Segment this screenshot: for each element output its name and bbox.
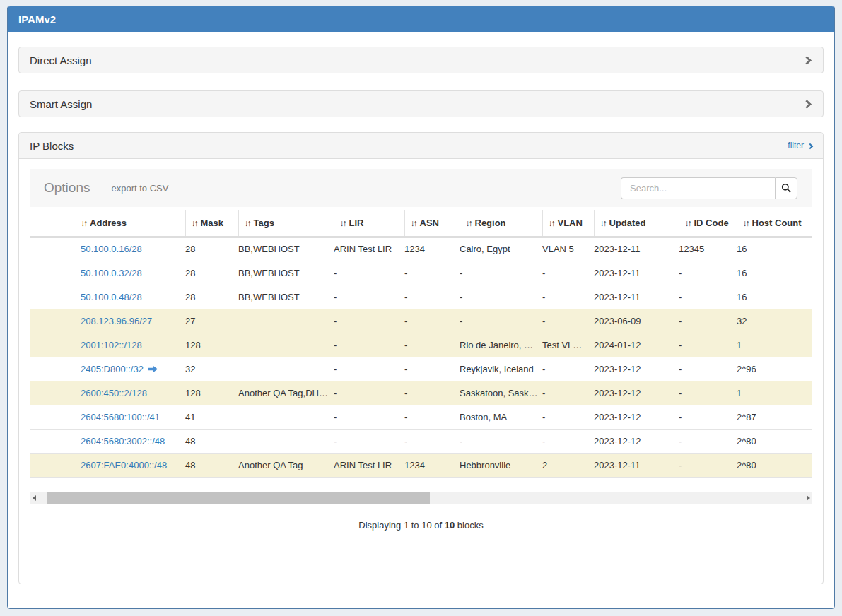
block-address-link[interactable]: 50.100.0.32/28 (81, 268, 142, 278)
sort-icon: ↓↑ (685, 218, 691, 228)
cell-region: - (460, 429, 542, 453)
cell-lir: - (334, 309, 404, 333)
column-header-tags[interactable]: ↓↑Tags (238, 210, 334, 237)
cell-tags (238, 333, 334, 357)
app-header: IPAMv2 (8, 6, 834, 32)
cell-asn: - (404, 429, 460, 453)
triangle-left-icon (33, 495, 36, 501)
cell-mask: 128 (185, 381, 238, 405)
chevron-right-icon (807, 143, 813, 148)
cell-mask: 28 (185, 261, 238, 285)
filter-label: filter (788, 141, 804, 150)
cell-updated: 2023-12-11 (594, 237, 679, 261)
cell-updated: 2023-06-09 (594, 309, 679, 333)
smart-assign-panel[interactable]: Smart Assign (18, 90, 824, 117)
export-csv-link[interactable]: export to CSV (111, 183, 168, 194)
cell-vlan: VLAN 5 (542, 237, 594, 261)
cell-tags: BB,WEBHOST (238, 237, 334, 261)
assigned-arrow-icon (148, 365, 158, 373)
cell-id-code: - (679, 405, 737, 429)
table-row: 50.100.0.48/2828BB,WEBHOST----2023-12-11… (30, 285, 812, 309)
cell-id-code: - (679, 261, 737, 285)
column-header-asn[interactable]: ↓↑ASN (404, 210, 460, 237)
column-header-address[interactable]: ↓↑Address (81, 210, 185, 237)
ip-blocks-title: IP Blocks (30, 140, 74, 152)
search-button[interactable] (775, 177, 797, 199)
cell-vlan: - (542, 309, 594, 333)
block-address-link[interactable]: 2604:5680:100::/41 (81, 412, 160, 422)
cell-spacer (30, 237, 81, 261)
cell-lir: - (334, 333, 404, 357)
cell-address: 208.123.96.96/27 (81, 309, 185, 333)
cell-address: 50.100.0.32/28 (81, 261, 185, 285)
search-group (621, 177, 797, 199)
table-row: 2604:5680:3002::/4848----2023-12-12-2^80 (30, 429, 812, 453)
column-header-region[interactable]: ↓↑Region (460, 210, 542, 237)
table-row: 50.100.0.32/2828BB,WEBHOST----2023-12-11… (30, 261, 812, 285)
cell-mask: 32 (185, 357, 238, 381)
scrollbar-thumb[interactable] (47, 492, 430, 504)
block-address-link[interactable]: 50.100.0.16/28 (81, 244, 142, 254)
filter-link[interactable]: filter (788, 141, 812, 150)
scrollbar-track[interactable] (38, 492, 804, 504)
app-title: IPAMv2 (18, 13, 56, 25)
column-header-vlan[interactable]: ↓↑VLAN (542, 210, 594, 237)
column-header-id-code[interactable]: ↓↑ID Code (679, 210, 737, 237)
cell-lir: ARIN Test LIR (334, 237, 404, 261)
cell-host-count: 16 (737, 261, 812, 285)
scroll-right-button[interactable] (804, 495, 812, 501)
cell-host-count: 16 (737, 237, 812, 261)
cell-lir: - (334, 357, 404, 381)
block-address-link[interactable]: 2604:5680:3002::/48 (81, 436, 165, 446)
cell-vlan: Test VL… (542, 333, 594, 357)
horizontal-scrollbar[interactable] (30, 492, 812, 504)
sort-icon: ↓↑ (743, 218, 749, 228)
column-header-host-count[interactable]: ↓↑Host Count (737, 210, 812, 237)
cell-address: 2405:D800::/32 (81, 357, 185, 381)
cell-host-count: 2^80 (737, 453, 812, 477)
block-address-link[interactable]: 2607:FAE0:4000::/48 (81, 460, 167, 470)
block-address-link[interactable]: 2600:450::2/128 (81, 388, 147, 398)
cell-spacer (30, 357, 81, 381)
cell-asn: 1234 (404, 237, 460, 261)
summary-prefix: Displaying 1 to 10 of (358, 520, 444, 531)
cell-asn: - (404, 357, 460, 381)
cell-asn: - (404, 333, 460, 357)
column-header-mask[interactable]: ↓↑Mask (185, 210, 238, 237)
search-input[interactable] (621, 177, 775, 199)
column-header-spacer (30, 210, 81, 237)
cell-region: Boston, MA (460, 405, 542, 429)
summary-suffix: blocks (455, 520, 483, 531)
column-header-updated[interactable]: ↓↑Updated (594, 210, 679, 237)
cell-mask: 27 (185, 309, 238, 333)
sort-icon: ↓↑ (549, 218, 554, 228)
block-address-link[interactable]: 50.100.0.48/28 (81, 292, 142, 302)
table-row: 2001:102::/128128--Rio de Janeiro, …Test… (30, 333, 812, 357)
cell-mask: 128 (185, 333, 238, 357)
block-address-link[interactable]: 2405:D800::/32 (81, 364, 144, 374)
cell-asn: 1234 (404, 453, 460, 477)
block-address-link[interactable]: 2001:102::/128 (81, 340, 142, 350)
chevron-right-icon (802, 56, 812, 65)
table-body: 50.100.0.16/2828BB,WEBHOSTARIN Test LIR1… (30, 237, 812, 477)
cell-region: Rio de Janeiro, … (460, 333, 542, 357)
cell-updated: 2024-01-12 (594, 333, 679, 357)
cell-host-count: 16 (737, 285, 812, 309)
options-bar: Options export to CSV (30, 169, 812, 207)
block-address-link[interactable]: 208.123.96.96/27 (81, 316, 152, 326)
cell-vlan: 2 (542, 453, 594, 477)
cell-asn: - (404, 405, 460, 429)
sort-icon: ↓↑ (81, 218, 86, 228)
sort-icon: ↓↑ (411, 218, 416, 228)
summary-total: 10 (445, 520, 455, 531)
cell-spacer (30, 453, 81, 477)
direct-assign-panel[interactable]: Direct Assign (18, 47, 824, 73)
column-header-lir[interactable]: ↓↑LIR (334, 210, 404, 237)
scroll-left-button[interactable] (30, 495, 38, 501)
cell-tags (238, 309, 334, 333)
cell-vlan: - (542, 381, 594, 405)
cell-spacer (30, 333, 81, 357)
cell-address: 50.100.0.16/28 (81, 237, 185, 261)
cell-region: - (460, 309, 542, 333)
cell-id-code: - (679, 381, 737, 405)
